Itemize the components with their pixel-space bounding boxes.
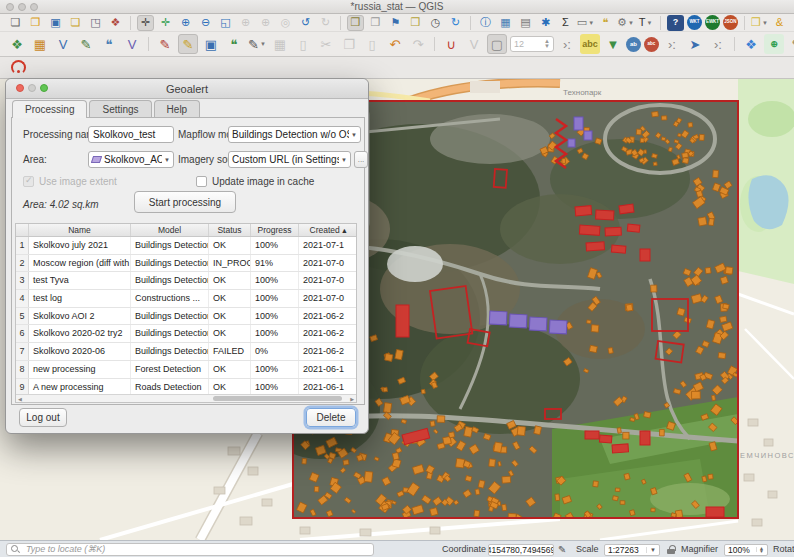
json-badge-icon[interactable]: JSON (723, 15, 738, 30)
temporal-controller-icon[interactable]: ◷ (427, 15, 444, 31)
stepper-icons[interactable]: ▲▼ (756, 547, 764, 553)
style-manager-icon[interactable]: ❖ (107, 15, 124, 31)
ab-badge-icon[interactable]: ab (626, 37, 641, 52)
log-out-button[interactable]: Log out (19, 408, 67, 427)
field-calculator-icon[interactable]: ▤ (517, 15, 534, 31)
attribute-table-icon[interactable]: ▦ (497, 15, 514, 31)
tab-settings[interactable]: Settings (89, 100, 151, 118)
table-row[interactable]: 6Skolkovo 2020-02 try2Buildings Detectio… (16, 325, 356, 343)
current-edits-icon[interactable]: ✎ (155, 34, 175, 54)
column-header-status[interactable]: Status (209, 224, 251, 236)
new-project-icon[interactable]: ❏ (7, 15, 24, 31)
help-contents-icon[interactable]: ? (667, 15, 684, 31)
map-edit-plugin-icon[interactable]: ✎ (787, 34, 794, 54)
refresh-map-icon[interactable]: ↻ (447, 15, 464, 31)
table-row[interactable]: 8new processingForest DetectionOK100%202… (16, 361, 356, 379)
mapflow-model-select[interactable]: Buildings Detection w/o OSM▼ (228, 126, 361, 143)
statistics-icon[interactable]: Σ (557, 15, 574, 31)
table-row[interactable]: 1Skolkovo july 2021Buildings Detection .… (16, 237, 356, 255)
show-bookmarks-icon[interactable]: ❒ (407, 15, 424, 31)
column-header-name[interactable]: Name (29, 224, 131, 236)
table-row[interactable]: 7Skolkovo 2020-06Buildings DetectionFAIL… (16, 343, 356, 361)
scroll-right-icon[interactable]: ▶ (350, 395, 354, 403)
zoom-last-icon[interactable]: ↺ (297, 15, 314, 31)
diagram-expression-icon[interactable]: ›: (708, 34, 728, 54)
area-select[interactable]: Skolkovo_AOI_te▼ (88, 151, 174, 168)
select-by-location-icon[interactable]: ❒▼ (751, 15, 768, 31)
column-header-created[interactable]: Created ▴ (299, 224, 357, 236)
add-feature-icon[interactable]: ❝ (224, 34, 244, 54)
plugin-tool-icon[interactable]: ❖ (741, 34, 761, 54)
new-map-view-icon[interactable]: ❒ (347, 15, 364, 31)
processing-table-header[interactable]: NameModelStatusProgressCreated ▴ (16, 224, 356, 237)
pan-to-selection-icon[interactable]: ✛ (157, 15, 174, 31)
measure-icon[interactable]: ▭▼ (577, 15, 594, 31)
snapping-icon[interactable]: ∪ (441, 34, 461, 54)
table-row[interactable]: 5Skolkovo AOI 2Buildings DetectionOK100%… (16, 308, 356, 326)
abc-badge-icon[interactable]: abc (644, 37, 659, 52)
identify-features-icon[interactable]: ⓘ (477, 15, 494, 31)
lock-icon[interactable] (667, 545, 676, 555)
search-settings-icon[interactable]: ⚙▼ (617, 15, 634, 31)
data-source-manager-icon[interactable]: ❖ (7, 34, 27, 54)
pan-map-icon[interactable]: ✛ (137, 15, 154, 31)
save-project-icon[interactable]: ▣ (47, 15, 64, 31)
column-header-model[interactable]: Model (131, 224, 209, 236)
geoalert-plugin-icon[interactable] (11, 60, 26, 75)
column-header-progress[interactable]: Progress (251, 224, 299, 236)
add-vector-layer-icon[interactable]: V (53, 34, 73, 54)
table-row[interactable]: 3test TyvaBuildings DetectionOK100%2021-… (16, 272, 356, 290)
add-virtual-layer-icon[interactable]: V (122, 34, 142, 54)
advanced-digitizing-icon[interactable]: ▢ (487, 34, 507, 54)
window-titlebar[interactable]: *russia_stat — QGIS (0, 0, 794, 14)
tab-help[interactable]: Help (154, 100, 201, 118)
zoom-full-icon[interactable]: ◱ (217, 15, 234, 31)
undo-icon[interactable]: ↶ (385, 34, 405, 54)
new-print-layout-icon[interactable]: ◳ (87, 15, 104, 31)
move-label-icon[interactable]: ➤ (685, 34, 705, 54)
dock-map-view-icon[interactable]: ❒ (367, 15, 384, 31)
processing-toolbox-icon[interactable]: ✱ (537, 15, 554, 31)
coordinate-input[interactable]: 4154780,7494569 (488, 544, 554, 556)
vertex-tool-icon[interactable]: ✎▼ (247, 34, 267, 54)
text-annotation-icon[interactable]: T▼ (637, 15, 654, 31)
new-shapefile-icon[interactable]: ✎ (76, 34, 96, 54)
scroll-left-icon[interactable]: ◀ (18, 395, 22, 403)
magnifier-spinner[interactable]: 100% ▲▼ (724, 544, 768, 556)
new-bookmark-icon[interactable]: ⚑ (387, 15, 404, 31)
map-tips-icon[interactable]: ❝ (597, 15, 614, 31)
scale-select[interactable]: 1:27263▼ (604, 544, 660, 556)
table-row[interactable]: 4test logConstructions ...OK100%2021-07-… (16, 290, 356, 308)
locate-input[interactable] (24, 543, 369, 555)
processing-name-input[interactable] (88, 126, 174, 143)
script-runner-icon[interactable]: & (771, 15, 788, 31)
zoom-to-feature-icon[interactable]: ⊕ (764, 34, 784, 54)
add-raster-layer-icon[interactable]: ▦ (30, 34, 50, 54)
wkt-badge-icon[interactable]: WKT (687, 15, 702, 30)
save-layer-edits-icon[interactable]: ▣ (201, 34, 221, 54)
scrollbar-thumb[interactable] (213, 396, 342, 401)
column-header-num[interactable] (16, 224, 29, 236)
label-expression-icon[interactable]: ›: (662, 34, 682, 54)
add-delimited-text-icon[interactable]: ❝ (99, 34, 119, 54)
zoom-out-icon[interactable]: ⊖ (197, 15, 214, 31)
layer-labeling-icon[interactable]: abc (580, 34, 600, 54)
extent-pen-icon[interactable]: ✎ (558, 541, 566, 557)
zoom-in-icon[interactable]: ⊕ (177, 15, 194, 31)
start-processing-button[interactable]: Start processing (134, 191, 236, 213)
open-project-icon[interactable]: ❐ (27, 15, 44, 31)
locator-search[interactable] (6, 543, 374, 556)
table-horizontal-scrollbar[interactable]: ◀ ▶ (16, 394, 356, 402)
toggle-editing-icon[interactable]: ✎ (178, 34, 198, 54)
label-pin-icon[interactable]: ▼ (603, 34, 623, 54)
imagery-source-more-button[interactable]: ... (354, 151, 368, 168)
save-project-as-icon[interactable]: ❏ (67, 15, 84, 31)
expression-icon[interactable]: ›: (557, 34, 577, 54)
table-row[interactable]: 2Moscow region (diff with ...Buildings D… (16, 255, 356, 273)
delete-button[interactable]: Delete (306, 408, 356, 427)
ewkt-badge-icon[interactable]: EWKT (705, 15, 720, 30)
imagery-source-select[interactable]: Custom URL (in Settings)▼ (228, 151, 351, 168)
dialog-titlebar[interactable]: Geoalert (6, 79, 368, 99)
update-cache-checkbox[interactable] (196, 176, 207, 187)
tab-processing[interactable]: Processing (12, 100, 87, 118)
